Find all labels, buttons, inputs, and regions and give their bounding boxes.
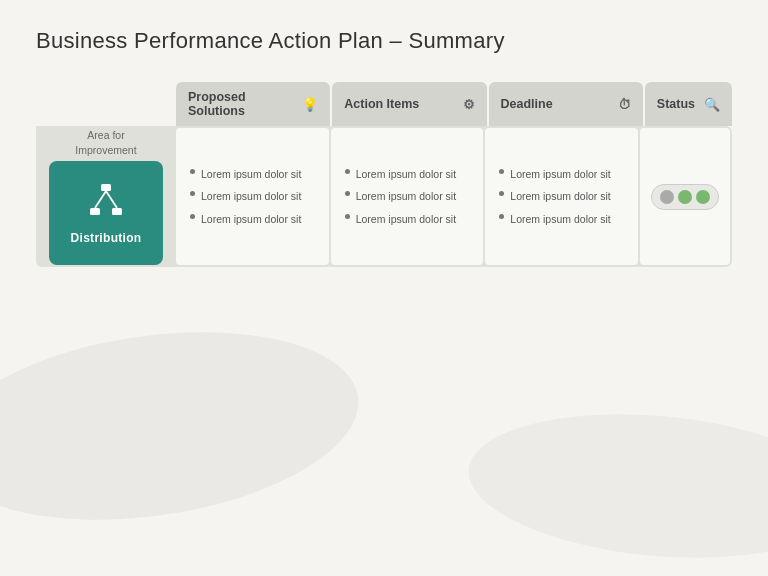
status-indicator: [651, 184, 719, 210]
action-items-cell: Lorem ipsum dolor sit Lorem ipsum dolor …: [331, 128, 484, 265]
header-action: Action Items ⚙: [332, 82, 486, 126]
table-header: Proposed Solutions 💡 Action Items ⚙ Dead…: [176, 82, 732, 126]
header-deadline-label: Deadline: [501, 97, 553, 111]
list-item: Lorem ipsum dolor sit: [190, 212, 315, 227]
clock-icon: ⏱: [618, 97, 631, 112]
header-action-label: Action Items: [344, 97, 419, 111]
action-plan-table: Proposed Solutions 💡 Action Items ⚙ Dead…: [36, 82, 732, 267]
svg-rect-2: [112, 208, 122, 215]
list-item: Lorem ipsum dolor sit: [345, 189, 470, 204]
proposed-solutions-cell: Lorem ipsum dolor sit Lorem ipsum dolor …: [176, 128, 329, 265]
status-circle-green-2: [696, 190, 710, 204]
bullet-dot: [190, 214, 195, 219]
deadline-cell: Lorem ipsum dolor sit Lorem ipsum dolor …: [485, 128, 638, 265]
bullet-dot: [190, 191, 195, 196]
page-title: Business Performance Action Plan – Summa…: [36, 28, 732, 54]
header-status-label: Status: [657, 97, 695, 111]
distribution-icon: [88, 182, 124, 223]
bullet-dot: [345, 191, 350, 196]
proposed-item-2: Lorem ipsum dolor sit: [201, 189, 301, 204]
proposed-item-1: Lorem ipsum dolor sit: [201, 167, 301, 182]
header-deadline: Deadline ⏱: [489, 82, 643, 126]
svg-rect-1: [90, 208, 100, 215]
area-column-header: Area forImprovement: [75, 128, 136, 157]
deadline-item-2: Lorem ipsum dolor sit: [510, 189, 610, 204]
list-item: Lorem ipsum dolor sit: [345, 167, 470, 182]
header-status: Status 🔍: [645, 82, 732, 126]
distribution-card: Distribution: [49, 161, 163, 265]
list-item: Lorem ipsum dolor sit: [499, 167, 624, 182]
action-item-3: Lorem ipsum dolor sit: [356, 212, 456, 227]
gear-icon: ⚙: [463, 97, 475, 112]
distribution-label: Distribution: [71, 231, 142, 245]
bullet-dot: [345, 169, 350, 174]
table-body: Area forImprovement: [36, 126, 732, 267]
header-proposed-label: Proposed Solutions: [188, 90, 302, 118]
status-circle-gray: [660, 190, 674, 204]
deadline-item-1: Lorem ipsum dolor sit: [510, 167, 610, 182]
bullet-dot: [499, 214, 504, 219]
bullet-dot: [499, 191, 504, 196]
lightbulb-icon: 💡: [302, 97, 318, 112]
area-column: Area forImprovement: [38, 128, 174, 265]
bullet-dot: [345, 214, 350, 219]
proposed-item-3: Lorem ipsum dolor sit: [201, 212, 301, 227]
list-item: Lorem ipsum dolor sit: [190, 167, 315, 182]
list-item: Lorem ipsum dolor sit: [190, 189, 315, 204]
svg-rect-0: [101, 184, 111, 191]
status-cell: [640, 128, 730, 265]
page-container: Business Performance Action Plan – Summa…: [0, 0, 768, 287]
action-item-2: Lorem ipsum dolor sit: [356, 189, 456, 204]
list-item: Lorem ipsum dolor sit: [499, 212, 624, 227]
svg-line-4: [106, 191, 117, 208]
search-icon: 🔍: [704, 97, 720, 112]
status-circle-green-1: [678, 190, 692, 204]
bullet-dot: [190, 169, 195, 174]
svg-line-3: [95, 191, 106, 208]
list-item: Lorem ipsum dolor sit: [345, 212, 470, 227]
deadline-item-3: Lorem ipsum dolor sit: [510, 212, 610, 227]
list-item: Lorem ipsum dolor sit: [499, 189, 624, 204]
header-proposed: Proposed Solutions 💡: [176, 82, 330, 126]
bullet-dot: [499, 169, 504, 174]
action-item-1: Lorem ipsum dolor sit: [356, 167, 456, 182]
